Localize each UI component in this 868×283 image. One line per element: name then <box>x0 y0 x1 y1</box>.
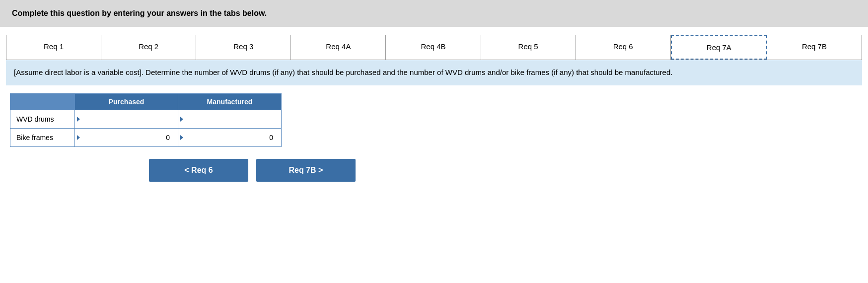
tab-req5[interactable]: Req 5 <box>481 35 576 60</box>
wvd-purchased-input[interactable] <box>81 114 172 124</box>
col-header-purchased: Purchased <box>75 93 178 110</box>
tab-req3[interactable]: Req 3 <box>196 35 291 60</box>
tabs-container: Req 1 Req 2 Req 3 Req 4A Req 4B Req 5 Re… <box>6 35 862 60</box>
tab-req7a[interactable]: Req 7A <box>671 35 767 60</box>
bike-manufactured-cell <box>178 128 282 146</box>
tab-req2[interactable]: Req 2 <box>101 35 196 60</box>
row-label-bike: Bike frames <box>10 128 75 146</box>
tab-req1[interactable]: Req 1 <box>6 35 101 60</box>
wvd-manufactured-input[interactable] <box>184 114 275 124</box>
col-header-empty <box>10 93 75 110</box>
bike-purchased-input[interactable] <box>81 133 172 142</box>
tab-req6[interactable]: Req 6 <box>576 35 671 60</box>
wvd-purchased-cell <box>75 110 178 128</box>
buttons-row: < Req 6 Req 7B > <box>149 159 858 182</box>
wvd-manufactured-cell <box>178 110 282 128</box>
tab-req4a[interactable]: Req 4A <box>291 35 386 60</box>
table-row: Bike frames <box>10 128 282 146</box>
tab-req7b[interactable]: Req 7B <box>767 35 862 60</box>
tab-req4b[interactable]: Req 4B <box>386 35 481 60</box>
data-table: Purchased Manufactured WVD drums <box>10 93 282 147</box>
bike-manufactured-input[interactable] <box>184 133 275 142</box>
prev-button[interactable]: < Req 6 <box>149 159 248 182</box>
table-row: WVD drums <box>10 110 282 128</box>
col-header-manufactured: Manufactured <box>178 93 282 110</box>
instruction-box: [Assume direct labor is a variable cost]… <box>6 60 862 85</box>
header-bar: Complete this question by entering your … <box>0 0 868 27</box>
row-label-wvd: WVD drums <box>10 110 75 128</box>
content-area: Purchased Manufactured WVD drums <box>0 85 868 190</box>
next-button[interactable]: Req 7B > <box>256 159 356 182</box>
header-instruction: Complete this question by entering your … <box>12 9 267 17</box>
instruction-text: [Assume direct labor is a variable cost]… <box>14 68 672 76</box>
bike-purchased-cell <box>75 128 178 146</box>
